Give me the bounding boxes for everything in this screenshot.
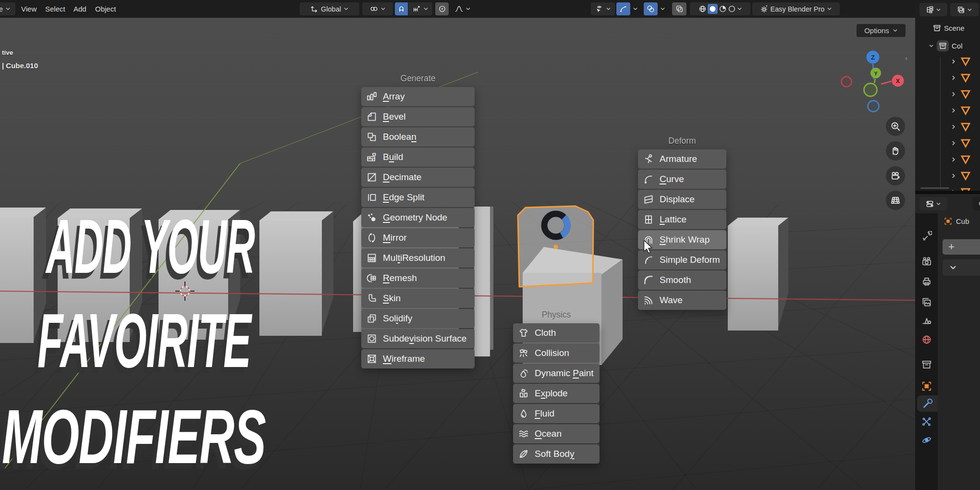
properties-tab-scene[interactable] xyxy=(915,312,938,329)
menu-item-armature[interactable]: Armature xyxy=(638,149,726,169)
snap-target-dropdown[interactable] xyxy=(408,2,432,15)
menu-item-lattice[interactable]: Lattice xyxy=(638,210,726,229)
menu-item-displace[interactable]: Displace xyxy=(638,190,726,209)
outliner-mesh-row[interactable] xyxy=(951,138,971,148)
properties-tab-particles[interactable] xyxy=(915,414,938,430)
decimate-icon xyxy=(367,172,377,183)
properties-tab-tool[interactable] xyxy=(915,228,938,245)
zoom-button[interactable] xyxy=(886,117,905,136)
menu-item-ocean[interactable]: Ocean xyxy=(513,424,600,443)
collapsed-panel-header[interactable] xyxy=(943,259,980,276)
xray-toggle[interactable] xyxy=(672,2,686,15)
properties-breadcrumb[interactable]: Cub xyxy=(944,217,969,225)
expand-chevron-icon[interactable] xyxy=(951,74,956,82)
expand-chevron-icon[interactable] xyxy=(951,172,956,180)
outliner-mesh-row[interactable] xyxy=(951,171,971,181)
menu-item-solidify[interactable]: Solidify xyxy=(361,309,475,328)
menu-item-soft-body[interactable]: Soft Body xyxy=(513,444,600,464)
snap-toggle[interactable] xyxy=(395,2,408,15)
outliner-scene-row[interactable]: Scene xyxy=(933,24,965,32)
menu-item-curve[interactable]: Curve xyxy=(638,170,726,189)
menu-item-multiresolution[interactable]: MultiResolution xyxy=(361,248,475,268)
menu-item-cloth[interactable]: Cloth xyxy=(513,323,600,343)
proportional-editing-toggle[interactable] xyxy=(435,2,449,15)
deform-menu: Deform ArmatureCurveDisplaceLatticeShrin… xyxy=(638,136,726,310)
menu-item-explode[interactable]: Explode xyxy=(513,384,600,403)
editor-type-dropdown[interactable]: e xyxy=(0,2,15,15)
menu-item-skin[interactable]: Skin xyxy=(361,289,475,308)
shading-solid-button[interactable] xyxy=(708,4,718,14)
dynamic-paint-icon xyxy=(518,368,529,379)
menu-item-geometry-node[interactable]: Geometry Node xyxy=(361,208,475,227)
properties-tab-view-layer[interactable] xyxy=(915,294,938,310)
shading-material-button[interactable] xyxy=(719,5,727,13)
add-modifier-button[interactable]: + xyxy=(943,239,980,255)
outliner-mesh-row[interactable] xyxy=(951,73,971,83)
camera-view-button[interactable] xyxy=(886,166,905,185)
properties-tab-world[interactable] xyxy=(915,331,938,348)
show-gizmo-toggle[interactable] xyxy=(616,2,630,15)
properties-tab-physics[interactable] xyxy=(915,432,938,448)
properties-editor-type-dropdown[interactable] xyxy=(919,197,947,210)
menu-item-subdevision-surface[interactable]: Subdevision Surface xyxy=(361,329,475,348)
shading-rendered-button[interactable] xyxy=(728,5,736,13)
navigation-gizmo[interactable]: Y Z X xyxy=(836,41,908,113)
expand-chevron-icon[interactable] xyxy=(951,58,956,66)
object-visibility-dropdown[interactable] xyxy=(591,2,615,15)
properties-tab-render[interactable] xyxy=(915,253,938,270)
menu-item-smooth[interactable]: Smooth xyxy=(638,270,726,290)
menu-item-edge-split[interactable]: Edge Split xyxy=(361,188,475,207)
menu-item-bevel[interactable]: Bevel xyxy=(361,107,475,126)
menu-view[interactable]: View xyxy=(19,0,38,18)
menu-item-remesh[interactable]: Remesh xyxy=(361,269,475,288)
overlays-dropdown[interactable] xyxy=(658,2,667,15)
outliner-mesh-row[interactable] xyxy=(951,105,971,116)
outliner-mesh-row[interactable] xyxy=(951,122,971,132)
properties-tab-strip xyxy=(915,213,938,490)
menu-item-mirror[interactable]: Mirror xyxy=(361,228,475,247)
expand-chevron-icon[interactable] xyxy=(951,123,956,131)
menu-item-collision[interactable]: Collision xyxy=(513,343,600,363)
outliner-mesh-row[interactable] xyxy=(951,89,971,99)
gizmo-dropdown[interactable] xyxy=(631,2,639,15)
shading-wireframe-button[interactable] xyxy=(698,5,707,13)
menu-item-array[interactable]: Array xyxy=(361,87,475,106)
expand-chevron-icon[interactable] xyxy=(951,107,956,115)
outliner-mesh-row[interactable] xyxy=(951,154,971,165)
cloth-icon xyxy=(518,328,529,338)
transform-orientation-dropdown[interactable]: Global xyxy=(300,2,359,15)
options-dropdown[interactable]: Options xyxy=(857,24,906,37)
menu-item-build[interactable]: Build xyxy=(361,147,475,167)
properties-tab-collection[interactable] xyxy=(915,356,938,373)
menu-object[interactable]: Object xyxy=(93,0,118,18)
expand-chevron-icon[interactable] xyxy=(951,139,956,147)
panel-divider[interactable] xyxy=(915,191,980,194)
outliner-mesh-row[interactable] xyxy=(951,56,971,67)
menu-item-fluid[interactable]: Fluid xyxy=(513,404,600,423)
expand-chevron-icon[interactable] xyxy=(951,156,956,164)
menu-add[interactable]: Add xyxy=(72,0,88,18)
falloff-dropdown[interactable] xyxy=(451,2,475,15)
outliner-editor-type-dropdown[interactable] xyxy=(919,3,947,16)
menu-item-boolean[interactable]: Boolean xyxy=(361,127,475,147)
expand-chevron-icon[interactable] xyxy=(951,90,956,98)
outliner-collection-row[interactable]: Col xyxy=(929,40,963,51)
region-collapse-arrow[interactable]: ‹ xyxy=(905,54,907,62)
perspective-toggle-button[interactable] xyxy=(886,191,905,210)
menu-item-wireframe[interactable]: Wireframe xyxy=(361,349,475,368)
outliner-scrollbar[interactable] xyxy=(920,187,949,189)
properties-tab-modifiers[interactable] xyxy=(917,395,938,412)
outliner-display-mode-dropdown[interactable] xyxy=(950,3,979,16)
menu-item-decimate[interactable]: Decimate xyxy=(361,168,475,187)
menu-select[interactable]: Select xyxy=(43,0,67,18)
menu-item-dynamic-paint[interactable]: Dynamic Paint xyxy=(513,364,600,383)
menu-item-wave[interactable]: Wave xyxy=(638,291,726,310)
properties-tab-output[interactable] xyxy=(915,273,938,290)
properties-tab-object[interactable] xyxy=(915,378,938,394)
pan-hand-button[interactable] xyxy=(886,141,905,160)
chevron-down-icon xyxy=(633,6,638,12)
addon-dropdown[interactable]: Easy Blender Pro xyxy=(752,2,840,15)
pivot-point-dropdown[interactable] xyxy=(362,2,393,15)
show-overlays-toggle[interactable] xyxy=(644,2,658,15)
properties-search-button[interactable] xyxy=(972,197,980,210)
